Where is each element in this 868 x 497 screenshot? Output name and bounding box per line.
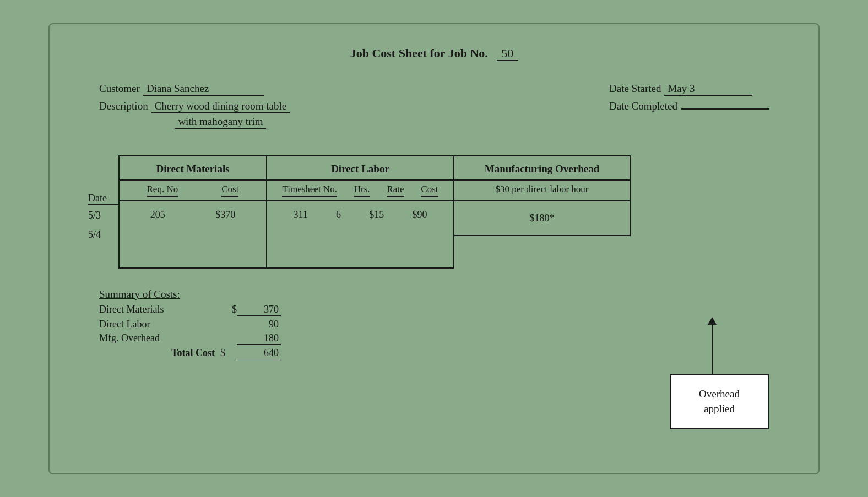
overhead-applied-container: Overhead applied — [670, 374, 769, 429]
job-cost-sheet: Job Cost Sheet for Job No. 50 Customer D… — [48, 23, 820, 474]
summary-amount-dm: 370 — [237, 304, 281, 316]
overhead-applied-box: Overhead applied — [670, 374, 769, 429]
date-column-header: Date — [88, 193, 118, 205]
moh-title: Manufacturing Overhead — [454, 156, 630, 181]
title-prefix: Job Cost Sheet for Job No. — [350, 46, 488, 60]
description-line: Description Cherry wood dining room tabl… — [99, 100, 290, 129]
table-row: 205 $370 — [125, 207, 261, 223]
dm-cost: $370 — [215, 209, 235, 221]
date-column: Date 5/3 5/4 — [88, 155, 118, 244]
overhead-applied-text: Overhead applied — [699, 387, 740, 416]
summary-amount-dl: 90 — [237, 319, 281, 330]
date-completed-line: Date Completed — [609, 100, 769, 112]
dm-col1: Req. No — [147, 184, 178, 197]
customer-label: Customer — [99, 83, 140, 95]
dl-hrs: 6 — [336, 209, 341, 221]
date-row2: 5/4 — [88, 229, 118, 241]
customer-value: Diana Sanchez — [143, 83, 264, 96]
summary-total-row: Total Cost $ 640 — [99, 347, 769, 361]
summary-row-dl: Direct Labor 90 — [99, 319, 769, 330]
table-row: 311 6 $15 $90 — [273, 207, 448, 223]
date-completed-label: Date Completed — [609, 100, 677, 112]
date-started-line: Date Started May 3 — [609, 83, 769, 96]
date-started-label: Date Started — [609, 83, 661, 95]
summary-amount-moh: 180 — [237, 332, 281, 345]
summary-label-moh: Mfg. Overhead — [99, 332, 220, 344]
dl-timesheet: 311 — [294, 209, 308, 221]
summary-dollar-dm: $ — [220, 304, 237, 315]
dl-title: Direct Labor — [267, 156, 453, 181]
summary-row-moh: Mfg. Overhead 180 — [99, 332, 769, 345]
manufacturing-overhead-table: Manufacturing Overhead $30 per direct la… — [454, 155, 631, 236]
dl-col3: Rate — [387, 184, 404, 197]
date-started-value: May 3 — [664, 83, 752, 96]
arrow-shaft — [712, 325, 713, 374]
summary-label-dm: Direct Materials — [99, 304, 220, 315]
moh-rate: $30 per direct labor hour — [454, 181, 630, 201]
direct-materials-table: Direct Materials Req. No Cost 205 $370 — [118, 155, 267, 269]
sheet-title: Job Cost Sheet for Job No. 50 — [83, 46, 785, 61]
summary-section: Summary of Costs: Direct Materials $ 370… — [83, 288, 785, 361]
date-row1: 5/3 — [88, 210, 118, 221]
dm-subheader: Req. No Cost — [120, 181, 266, 201]
summary-label-dl: Direct Labor — [99, 319, 220, 330]
description-label: Description — [99, 100, 148, 112]
dm-title: Direct Materials — [120, 156, 266, 181]
job-number: 50 — [497, 46, 518, 61]
description-line2: with mahogany trim — [175, 116, 266, 129]
header-info: Customer Diana Sanchez Description Cherr… — [83, 83, 785, 133]
moh-amount: $180* — [530, 212, 555, 223]
description-line1: Cherry wood dining room table — [151, 100, 290, 113]
dl-col4: Cost — [421, 184, 438, 197]
summary-row-dm: Direct Materials $ 370 — [99, 304, 769, 316]
total-dollar: $ — [220, 347, 237, 359]
total-label: Total Cost — [99, 347, 220, 359]
header-right: Date Started May 3 Date Completed — [609, 83, 769, 133]
dl-col2: Hrs. — [354, 184, 370, 197]
arrow-head-icon — [708, 317, 717, 325]
header-left: Customer Diana Sanchez Description Cherr… — [99, 83, 290, 133]
arrow-container — [708, 317, 717, 374]
summary-title: Summary of Costs: — [99, 288, 769, 301]
dl-subheader: Timesheet No. Hrs. Rate Cost — [267, 181, 453, 201]
date-completed-value — [681, 108, 769, 110]
moh-body: $180* — [454, 201, 630, 235]
dm-col2: Cost — [221, 184, 238, 197]
tables-row: Date 5/3 5/4 Direct Materials Req. No Co… — [83, 155, 785, 269]
dl-cost: $90 — [412, 209, 427, 221]
dl-rate: $15 — [369, 209, 384, 221]
direct-labor-table: Direct Labor Timesheet No. Hrs. Rate Cos… — [267, 155, 454, 269]
customer-line: Customer Diana Sanchez — [99, 83, 290, 96]
dl-col1: Timesheet No. — [282, 184, 337, 197]
dm-body: 205 $370 — [120, 201, 266, 267]
total-amount: 640 — [237, 347, 281, 361]
dm-req-no: 205 — [150, 209, 165, 221]
dl-body: 311 6 $15 $90 — [267, 201, 453, 267]
